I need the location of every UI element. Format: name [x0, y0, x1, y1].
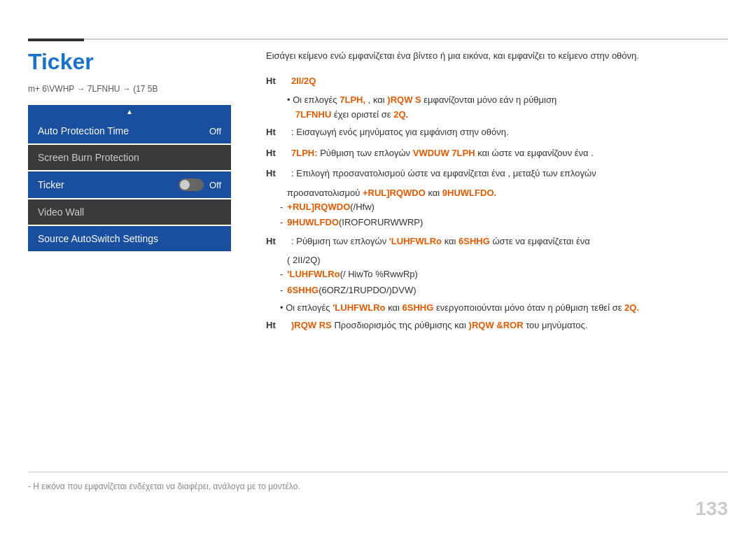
rowspeed-label: Ht	[266, 234, 287, 248]
row3-ticker: 7LFNHU	[295, 109, 331, 120]
breadcrumb: m+ 6\VWHP → 7LFNHU → (17 5B	[28, 84, 158, 94]
bullet-spd-text: (6ORZ/1RUPDO/)DVW)	[318, 284, 416, 297]
content-row-speed: Ht : Ρύθμιση των επλογών 'LUHFWLRo και 6…	[266, 234, 728, 248]
menu-badge-auto-protection: Off	[209, 126, 221, 136]
menu-container: Auto Protection Time Off Screen Burn Pro…	[28, 105, 231, 253]
left-accent	[28, 38, 84, 41]
bullet-horiz-orange: +RUL]RQWDO	[287, 201, 350, 213]
rowspeed-dir: 'LUHFWLRo	[389, 236, 442, 246]
bullet-dir-text: (/ HiwTo %RwwRp)	[340, 268, 418, 281]
content-row-time: Ht 7LPH: Ρύθμιση των επλογών VWDUW 7LPH …	[266, 146, 728, 160]
rowtime-label: Ht	[266, 146, 287, 160]
bullet-speed: - 6SHHG (6ORZ/1RUPDO/)DVW)	[280, 284, 728, 297]
speed-sub: ( 2II/2Q)	[287, 255, 728, 265]
rowfont-rest: του μηνύματος.	[526, 320, 587, 330]
menu-badge-ticker: Off	[209, 180, 221, 190]
row3-orange: 2Q.	[393, 109, 408, 120]
rowspeed-pre: : Ρύθμιση των επλογών	[291, 236, 389, 246]
row1-text: 2II/2Q	[291, 74, 728, 88]
orient-sub-text: προσανατολισμού	[287, 188, 363, 198]
rowtime-and: και	[477, 148, 491, 158]
rowfont-text: )RQW RS Προσδιορισμός της ρύθμισης και )…	[291, 318, 728, 332]
menu-item-auto-protection[interactable]: Auto Protection Time Off	[28, 118, 231, 143]
menu-label-screen-burn: Screen Burn Protection	[38, 152, 139, 163]
speed-note-text: ενεργοποιούνται μόνο όταν η ρύθμιση τεθε…	[436, 302, 624, 313]
bullet-direction: - 'LUHFWLRo (/ HiwTo %RwwRp)	[280, 268, 728, 281]
rowtime-text: 7LPH: Ρύθμιση των επλογών VWDUW 7LPH και…	[291, 146, 728, 160]
menu-label-source-autoswitch: Source AutoSwitch Settings	[38, 233, 158, 244]
footnote-text: - Η εικόνα που εμφανίζεται ενδέχεται να …	[28, 482, 300, 491]
ticker-toggle[interactable]	[178, 178, 204, 191]
speed-note-on: 2Q.	[624, 302, 639, 313]
orient-bullets: - +RUL]RQWDO (/Hfw) - 9HUWLFDO (IROFORUR…	[280, 201, 728, 229]
rowspeed-text: : Ρύθμιση των επλογών 'LUHFWLRo και 6SHH…	[291, 234, 728, 248]
rowfont-label: Ht	[266, 318, 287, 332]
menu-item-source-autoswitch[interactable]: Source AutoSwitch Settings	[28, 226, 231, 251]
breadcrumb-text: m+ 6\VWHP → 7LFNHU → (17 5B	[28, 84, 158, 94]
content-row-1: Ht 2II/2Q	[266, 74, 728, 88]
rowspeed-kai: και	[444, 236, 458, 246]
rowtime-rest: ώστε να εμφανίζουν ένα .	[492, 148, 594, 158]
scroll-up-indicator[interactable]	[28, 105, 231, 118]
orient-kai: και	[428, 188, 442, 198]
menu-label-ticker: Ticker	[38, 179, 64, 190]
row1-orange: 2II/2Q	[291, 76, 316, 86]
page-title: Ticker	[28, 49, 94, 75]
speed-note-bullet: • Οι επλογές	[280, 302, 332, 313]
row2-orange2: )RQW S	[387, 94, 421, 105]
content-intro: Εισάγει κείμενο ενώ εμφανίζεται ένα βίντ…	[266, 49, 728, 63]
bullet-spd-orange: 6SHHG	[287, 284, 318, 297]
speed-bullets: - 'LUHFWLRo (/ HiwTo %RwwRp) - 6SHHG (6O…	[280, 268, 728, 296]
orient-horiz: +RUL]RQWDO	[363, 188, 426, 198]
content-row-font: Ht )RQW RS Προσδιορισμός της ρύθμισης κα…	[266, 318, 728, 332]
row2-text-before: • Οι επλογές	[287, 94, 340, 105]
top-border	[28, 38, 728, 40]
menu-label-auto-protection: Auto Protection Time	[38, 125, 129, 136]
orient-sub: προσανατολισμού +RUL]RQWDO και 9HUWLFDO.	[287, 188, 728, 198]
bullet-dir-orange: 'LUHFWLRo	[287, 268, 340, 281]
row2-text-after: εμφανίζονται μόνο εάν η ρύθμιση	[424, 94, 556, 105]
content-row-orient: Ht : Επιλογή προσανατολισμού ώστε να εμφ…	[266, 167, 728, 181]
row2-orange1: 7LPH,	[340, 94, 365, 105]
bullet-vertical: - 9HUWLFDO (IROFORURWWRP)	[280, 216, 728, 229]
rowtime-desc: Ρύθμιση των επλογών	[320, 148, 413, 158]
rowspeed-sp: 6SHHG	[458, 236, 490, 246]
bullet-horizontal: - +RUL]RQWDO (/Hfw)	[280, 201, 728, 213]
roworient-text: : Επιλογή προσανατολισμού ώστε να εμφανί…	[291, 167, 728, 181]
row3-text: έχει οριστεί σε	[334, 109, 393, 120]
row3-container: 7LFNHU έχει οριστεί σε 2Q.	[295, 109, 728, 120]
rowfont-orange2: )RQW &ROR	[469, 320, 524, 330]
row2-comma: ,	[368, 94, 373, 105]
intro-text: Εισάγει κείμενο ενώ εμφανίζεται ένα βίντ…	[266, 50, 639, 61]
speed-note-kai: και	[388, 302, 402, 313]
rowmsg-text: : Εισαγωγή ενός μηνύματος για εμφάνιση σ…	[291, 125, 728, 139]
content-area: Εισάγει κείμενο ενώ εμφανίζεται ένα βίντ…	[266, 49, 728, 339]
footnote-area: - Η εικόνα που εμφανίζεται ενδέχεται να …	[28, 472, 728, 492]
speed-note-dir: 'LUHFWLRo	[332, 302, 385, 313]
row2-kai: και	[373, 94, 387, 105]
rowtime-orange: 7LPH:	[291, 148, 318, 158]
menu-item-screen-burn[interactable]: Screen Burn Protection	[28, 145, 231, 170]
orient-vert: 9HUWLFDO.	[442, 188, 496, 198]
row1-label: Ht	[266, 74, 287, 88]
bullet-vert-orange: 9HUWLFDO	[287, 216, 339, 229]
rowspeed-rest: ώστε να εμφανίζεται ένα	[492, 236, 589, 246]
content-row-msg: Ht : Εισαγωγή ενός μηνύματος για εμφάνισ…	[266, 125, 728, 139]
menu-label-video-wall: Video Wall	[38, 206, 84, 218]
speed-sub-text: ( 2II/2Q)	[287, 255, 321, 265]
bullet-vert-text: (IROFORURWWRP)	[339, 216, 423, 229]
bullet-horiz-text: (/Hfw)	[350, 201, 374, 213]
row2-container: • Οι επλογές 7LPH, , και )RQW S εμφανίζο…	[287, 94, 728, 105]
speed-note-spd: 6SHHG	[402, 302, 434, 313]
roworient-rest: , μεταξύ των επλογών	[507, 168, 596, 178]
menu-item-ticker[interactable]: Ticker Off	[28, 171, 231, 198]
rowmsg-label: Ht	[266, 125, 287, 139]
rowfont-orange1: )RQW RS	[291, 320, 332, 330]
rowfont-pre: Προσδιορισμός της ρύθμισης και	[334, 320, 468, 330]
roworient-label: Ht	[266, 167, 287, 181]
speed-note: • Οι επλογές 'LUHFWLRo και 6SHHG ενεργοπ…	[280, 302, 728, 313]
rowtime-start: VWDUW 7LPH	[413, 148, 475, 158]
menu-item-video-wall[interactable]: Video Wall	[28, 199, 231, 225]
page-number: 133	[695, 498, 728, 520]
